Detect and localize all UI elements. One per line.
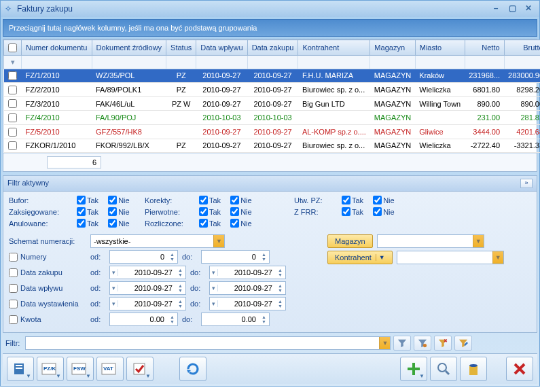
fsw-button[interactable]: FSW ▼ bbox=[67, 357, 94, 381]
schemat-combo[interactable]: ▼ bbox=[90, 234, 225, 248]
add-button[interactable]: ▼ bbox=[400, 357, 427, 381]
svg-text:FSW: FSW bbox=[73, 366, 86, 372]
korekty-nie[interactable] bbox=[230, 196, 239, 204]
filter-panel: Filtr aktywny » Bufor: Tak Nie Zaksięgow… bbox=[3, 175, 537, 333]
row-count: 6 bbox=[47, 156, 101, 168]
numery-do[interactable]: ▲▼ bbox=[201, 250, 270, 264]
kwota-check[interactable] bbox=[9, 315, 18, 324]
maximize-button[interactable]: ▢ bbox=[505, 3, 519, 14]
kwota-do[interactable]: ▲▼ bbox=[201, 313, 270, 326]
svg-text:PZ/K: PZ/K bbox=[43, 366, 56, 372]
magazyn-combo[interactable]: ▼ bbox=[377, 234, 484, 248]
data-zakupu-check[interactable] bbox=[9, 268, 18, 277]
table-row[interactable]: FZ/4/2010FA/L90/POJ2010-10-032010-10-03M… bbox=[4, 111, 541, 125]
table-row[interactable]: FZ/5/2010GFZ/557/HK82010-09-272010-09-27… bbox=[4, 124, 541, 139]
col-src-doc[interactable]: Dokument źródłowy bbox=[92, 40, 166, 56]
anul-tak[interactable] bbox=[77, 219, 86, 228]
zaks-tak[interactable] bbox=[77, 207, 86, 216]
kwota-od[interactable]: ▲▼ bbox=[109, 313, 178, 326]
collapse-button[interactable]: » bbox=[520, 179, 533, 188]
filter-icon[interactable]: ▾ bbox=[4, 55, 22, 69]
table-row[interactable]: FZKOR/1/2010FKOR/992/LB/XPZ2010-09-27201… bbox=[4, 139, 541, 153]
bufor-nie[interactable] bbox=[108, 196, 117, 204]
dropdown-icon[interactable]: ▼ bbox=[473, 235, 484, 247]
pierw-nie[interactable] bbox=[230, 207, 239, 216]
apply-filter-button[interactable] bbox=[393, 336, 411, 351]
vat-button[interactable]: VAT bbox=[96, 357, 124, 381]
bufor-tak[interactable] bbox=[77, 196, 86, 204]
dropdown-icon[interactable]: ▼ bbox=[492, 251, 503, 264]
filtr-combo[interactable]: ▼ bbox=[25, 336, 391, 350]
utwpz-tak[interactable] bbox=[342, 196, 350, 204]
data-wplywu-do[interactable]: ▾▲▼ bbox=[209, 281, 286, 295]
utwpz-nie[interactable] bbox=[373, 196, 382, 204]
rozl-nie[interactable] bbox=[230, 219, 239, 228]
col-net[interactable]: Netto bbox=[465, 40, 504, 56]
data-wystawienia-check[interactable] bbox=[9, 300, 18, 308]
numery-od[interactable]: ▲▼ bbox=[109, 250, 178, 264]
col-date-buy[interactable]: Data zakupu bbox=[247, 40, 298, 56]
filtr-input[interactable] bbox=[26, 338, 379, 349]
row-check[interactable] bbox=[8, 86, 17, 94]
data-zakupu-do[interactable]: ▾▲▼ bbox=[209, 266, 286, 279]
table-row[interactable]: FZ/3/2010FAK/46L/uLPZ W2010-09-272010-09… bbox=[4, 96, 541, 111]
schemat-input[interactable] bbox=[91, 236, 213, 247]
col-store[interactable]: Magazyn bbox=[370, 40, 415, 56]
col-date-in[interactable]: Data wpływu bbox=[196, 40, 247, 56]
zaks-nie[interactable] bbox=[108, 207, 117, 216]
row-check[interactable] bbox=[8, 141, 17, 150]
data-wplywu-od[interactable]: ▾▲▼ bbox=[109, 281, 186, 295]
dropdown-icon[interactable]: ▼ bbox=[213, 235, 224, 247]
close-window-button[interactable] bbox=[506, 357, 533, 381]
close-button[interactable]: ✕ bbox=[522, 3, 535, 14]
svg-text:VAT: VAT bbox=[103, 366, 113, 372]
data-wyst-od[interactable]: ▾▲▼ bbox=[109, 297, 186, 310]
korekty-tak[interactable] bbox=[199, 196, 208, 204]
col-gross[interactable]: Brutto bbox=[504, 40, 540, 56]
minimize-button[interactable]: – bbox=[489, 3, 503, 14]
group-by-band[interactable]: Przeciągnij tutaj nagłówek kolumny, jeśl… bbox=[3, 19, 537, 37]
filter-panel-header[interactable]: Filtr aktywny » bbox=[3, 176, 537, 192]
label-zaksiegowane: Zaksięgowane: bbox=[9, 208, 77, 216]
grid-filter-row[interactable]: ▾ bbox=[4, 55, 541, 69]
filter-edit-button[interactable] bbox=[454, 336, 472, 351]
magazyn-button[interactable]: Magazyn bbox=[327, 234, 373, 248]
label-korekty: Korekty: bbox=[145, 196, 199, 204]
col-contractor[interactable]: Kontrahent bbox=[298, 40, 370, 56]
chevron-down-icon[interactable]: ▼ bbox=[376, 254, 385, 261]
col-status[interactable]: Status bbox=[166, 40, 196, 56]
anul-nie[interactable] bbox=[108, 219, 117, 228]
data-wyst-do[interactable]: ▾▲▼ bbox=[209, 297, 286, 310]
kontrahent-button[interactable]: Kontrahent ▼ bbox=[327, 251, 393, 264]
dropdown-icon[interactable]: ▼ bbox=[379, 337, 390, 349]
table-row[interactable]: FZ/2/2010FA/89/POLK1PZ2010-09-272010-09-… bbox=[4, 83, 541, 97]
row-check[interactable] bbox=[8, 99, 17, 108]
row-check[interactable] bbox=[8, 128, 17, 137]
zfrr-nie[interactable] bbox=[373, 207, 382, 216]
data-wplywu-check[interactable] bbox=[9, 284, 18, 293]
table-row[interactable]: FZ/1/2010WZ/35/POLPZ2010-09-272010-09-27… bbox=[4, 69, 541, 83]
filter-clear-button[interactable]: ✖ bbox=[434, 336, 452, 351]
book-button[interactable]: ▼ bbox=[7, 357, 34, 381]
delete-button[interactable] bbox=[460, 357, 487, 381]
rozl-tak[interactable] bbox=[199, 219, 208, 228]
zfrr-tak[interactable] bbox=[342, 207, 350, 216]
row-check[interactable] bbox=[8, 71, 17, 80]
data-zakupu-od[interactable]: ▾▲▼ bbox=[109, 266, 186, 279]
confirm-button[interactable]: ▼ bbox=[126, 357, 154, 381]
check-all[interactable] bbox=[8, 43, 17, 52]
col-checkbox[interactable] bbox=[4, 40, 22, 56]
group-hint-text: Przeciągnij tutaj nagłówek kolumny, jeśl… bbox=[9, 24, 257, 32]
kontrahent-combo[interactable]: ▼ bbox=[397, 251, 504, 264]
pierw-tak[interactable] bbox=[199, 207, 208, 216]
titlebar[interactable]: ✧ Faktury zakupu – ▢ ✕ bbox=[1, 1, 539, 17]
svg-point-0 bbox=[423, 344, 427, 347]
row-check[interactable] bbox=[8, 113, 17, 122]
search-button[interactable] bbox=[430, 357, 457, 381]
col-doc-no[interactable]: Numer dokumentu bbox=[22, 40, 92, 56]
filter-settings-button[interactable] bbox=[414, 336, 431, 351]
numery-check[interactable] bbox=[9, 253, 18, 262]
refresh-button[interactable] bbox=[179, 357, 206, 381]
col-city[interactable]: Miasto bbox=[415, 40, 465, 56]
pzk-button[interactable]: PZ/K ▼ bbox=[37, 357, 64, 381]
